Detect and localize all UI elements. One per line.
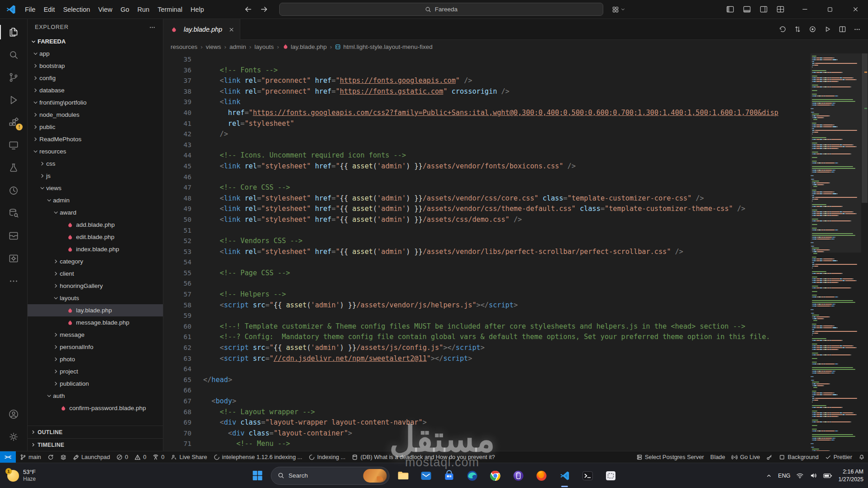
breadcrumb-item-admin[interactable]: admin <box>229 43 246 50</box>
explorer-more-actions-icon[interactable] <box>149 24 156 31</box>
folder-personalinfo[interactable]: personalInfo <box>28 341 163 353</box>
tab-close-icon[interactable] <box>229 27 234 33</box>
forward-arrow-icon[interactable] <box>260 5 268 13</box>
folder-photo[interactable]: photo <box>28 353 163 365</box>
customize-layout-icon[interactable] <box>776 5 785 14</box>
battery-icon[interactable] <box>823 473 832 478</box>
menu-terminal[interactable]: Terminal <box>153 3 186 16</box>
split-editor-icon[interactable] <box>839 25 846 33</box>
folder-resources[interactable]: resources <box>28 145 163 158</box>
run-file-icon[interactable] <box>824 25 831 33</box>
target-icon[interactable] <box>809 25 816 33</box>
folder-css[interactable]: css <box>28 158 163 170</box>
taskbar-app-edge[interactable] <box>463 466 482 485</box>
folder-client[interactable]: client <box>28 268 163 280</box>
file-edit-blade-php[interactable]: edit.blade.php <box>28 231 163 243</box>
activity-flask[interactable] <box>0 157 27 179</box>
status-intelephense-1-12-6-indexing-[interactable]: intelephense 1.12.6 indexing ... <box>210 451 305 463</box>
activity-dots[interactable] <box>0 270 27 292</box>
menu-run[interactable]: Run <box>134 3 154 16</box>
taskbar-app-phone-link[interactable] <box>509 466 528 485</box>
activity-gear-code[interactable] <box>0 247 27 270</box>
tab-lay-blade-php[interactable]: lay.blade.php <box>163 19 240 40</box>
menu-go[interactable]: Go <box>116 3 133 16</box>
taskbar-app-vscode[interactable] <box>555 466 574 485</box>
taskbar-app-snip[interactable] <box>601 466 620 485</box>
status-blade[interactable]: Blade <box>707 451 729 463</box>
breadcrumb-item-layouts[interactable]: layouts <box>254 43 274 50</box>
status-indexing-[interactable]: Indexing ... <box>305 451 349 463</box>
folder-honoringgallery[interactable]: honoringGallery <box>28 280 163 292</box>
folder-project[interactable]: project <box>28 365 163 378</box>
breadcrumb-item-html-light-style-layout-menu-fixed[interactable]: html.light-style.layout-menu-fixed <box>335 43 432 50</box>
scrollbar[interactable] <box>861 53 868 451</box>
back-arrow-icon[interactable] <box>244 5 252 13</box>
menu-help[interactable]: Help <box>186 3 208 16</box>
toggle-primary-sidebar-icon[interactable] <box>726 5 734 14</box>
minimap[interactable] <box>811 53 861 451</box>
activity-clock[interactable] <box>0 179 27 202</box>
status-launchpad[interactable]: Launchpad <box>70 451 113 463</box>
breadcrumb-item-views[interactable]: views <box>206 43 221 50</box>
activity-db-search[interactable] <box>0 202 27 225</box>
status-0[interactable]: 0 <box>149 451 167 463</box>
folder-layouts[interactable]: layouts <box>28 292 163 304</box>
status--[interactable]: >< <box>0 451 16 463</box>
folder-category[interactable]: category <box>28 255 163 268</box>
tray-chevron-up-icon[interactable] <box>766 473 772 479</box>
folder-js[interactable]: js <box>28 170 163 182</box>
folder-public[interactable]: public <box>28 121 163 133</box>
open-changes-icon[interactable] <box>794 25 801 33</box>
taskbar-app-chrome[interactable] <box>486 466 505 485</box>
activity-files[interactable] <box>0 21 27 43</box>
status--db-what-is-a-deadlock-and-how[interactable]: (DB) What is a deadlock and How do you p… <box>348 451 498 463</box>
code-editor[interactable]: 3536 <!-- Fonts -->37 <link rel="preconn… <box>163 53 868 451</box>
status-main[interactable]: main <box>17 451 44 463</box>
folder-admin[interactable]: admin <box>28 194 163 206</box>
activity-debug[interactable] <box>0 89 27 111</box>
folder-node-modules[interactable]: node_modules <box>28 109 163 121</box>
toggle-panel-icon[interactable] <box>743 5 751 14</box>
folder-app[interactable]: app <box>28 48 163 60</box>
taskbar-app-mail[interactable] <box>417 466 436 485</box>
taskbar-app-terminal[interactable] <box>578 466 597 485</box>
folder-database[interactable]: database <box>28 84 163 96</box>
minimize-button[interactable] <box>792 0 817 19</box>
folder-readmephotos[interactable]: ReadMePhotos <box>28 133 163 145</box>
status-background[interactable]: Background <box>776 451 821 463</box>
activity-remote-explorer[interactable] <box>0 134 27 157</box>
folder-message[interactable]: message <box>28 329 163 341</box>
menu-edit[interactable]: Edit <box>39 3 59 16</box>
volume-icon[interactable] <box>810 472 817 479</box>
breadcrumb-item-lay-blade-php[interactable]: lay.blade.php <box>282 43 327 50</box>
taskbar-app-store[interactable] <box>440 466 459 485</box>
taskbar-app-firefox[interactable] <box>532 466 551 485</box>
activity-search[interactable] <box>0 43 27 66</box>
file-lay-blade-php[interactable]: lay.blade.php <box>28 304 163 316</box>
weather-widget[interactable]: 1 53°F Haze <box>4 463 39 488</box>
folder-config[interactable]: config <box>28 72 163 84</box>
status-key[interactable] <box>763 451 776 463</box>
folder-award[interactable]: award <box>28 206 163 219</box>
activity-git[interactable] <box>0 66 27 89</box>
folder-publication[interactable]: publication <box>28 378 163 390</box>
toggle-secondary-sidebar-icon[interactable] <box>759 5 768 14</box>
wifi-icon[interactable] <box>796 472 804 479</box>
status-0[interactable]: 0 <box>131 451 149 463</box>
maximize-button[interactable] <box>817 0 843 19</box>
breadcrumb-item-resources[interactable]: resources <box>171 43 197 50</box>
file-add-blade-php[interactable]: add.blade.php <box>28 219 163 231</box>
more-actions-icon[interactable] <box>854 26 861 33</box>
status-layers[interactable] <box>57 451 70 463</box>
folder-views[interactable]: views <box>28 182 163 194</box>
folder-bootstrap[interactable]: bootstrap <box>28 60 163 72</box>
language-indicator[interactable]: ENG <box>778 473 790 479</box>
menu-file[interactable]: File <box>21 3 39 16</box>
file-confirm-password-blade-php[interactable]: confirm-password.blade.php <box>28 402 163 414</box>
status-sync[interactable] <box>44 451 57 463</box>
activity-account[interactable] <box>0 403 27 426</box>
folder-auth[interactable]: auth <box>28 390 163 402</box>
status-select-postgres-server[interactable]: Select Postgres Server <box>633 451 707 463</box>
layout-customizer-button[interactable] <box>612 6 625 13</box>
outline-section[interactable]: OUTLINE <box>28 426 163 438</box>
